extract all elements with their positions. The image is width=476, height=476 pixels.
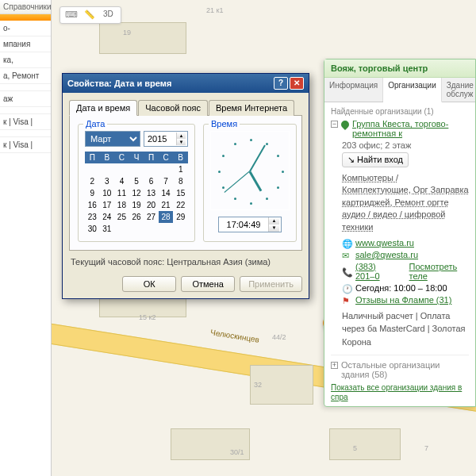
org-name-link[interactable]: Группа Квеста, торгово-ремонтная к: [352, 119, 469, 138]
calendar-day[interactable]: 9: [85, 187, 100, 199]
sidebar-item[interactable]: о-: [0, 21, 51, 36]
calendar-day[interactable]: 20: [144, 199, 159, 211]
tab-datetime[interactable]: Дата и время: [69, 100, 137, 116]
year-spinner[interactable]: ▲▼: [144, 131, 188, 147]
calendar-day[interactable]: 21: [159, 199, 174, 211]
find-entrance-button[interactable]: ↘ Найти вход: [342, 152, 409, 167]
calendar-day[interactable]: [114, 163, 129, 175]
reviews-link[interactable]: Отзывы на Флампе (31): [355, 295, 451, 305]
timezone-text: Текущий часовой пояс: Центральная Азия (…: [71, 257, 301, 267]
calendar-day[interactable]: 1: [173, 163, 188, 175]
tab-info[interactable]: Информация: [324, 78, 383, 102]
calendar-day[interactable]: [129, 223, 144, 235]
apply-button[interactable]: Применить: [240, 276, 302, 292]
expand-icon[interactable]: +: [331, 362, 338, 369]
calendar-day[interactable]: 22: [173, 199, 188, 211]
calendar-day[interactable]: 6: [144, 175, 159, 187]
phone-link[interactable]: (383) 201–0: [355, 262, 396, 281]
bldg-num: 5: [353, 444, 357, 452]
calendar-day[interactable]: 14: [159, 187, 174, 199]
calendar-day[interactable]: [173, 223, 188, 235]
calendar-day[interactable]: 2: [85, 175, 100, 187]
calendar-day[interactable]: [100, 163, 115, 175]
time-down[interactable]: ▼: [268, 225, 279, 232]
calendar-day[interactable]: 3: [100, 175, 115, 187]
tab-service[interactable]: Здание обслуж: [442, 78, 476, 102]
close-button[interactable]: ✕: [290, 77, 304, 90]
keyboard-icon[interactable]: ⌨: [65, 10, 78, 21]
sidebar-orange-bar[interactable]: [0, 14, 51, 21]
calendar-day[interactable]: 28: [159, 211, 174, 223]
website-link[interactable]: www.qwesta.ru: [355, 238, 414, 248]
bldg-num: 21 к1: [206, 6, 223, 14]
time-up[interactable]: ▲: [268, 217, 279, 225]
time-input[interactable]: [219, 217, 268, 232]
calendar-day[interactable]: 26: [129, 211, 144, 223]
calendar-day[interactable]: 11: [114, 187, 129, 199]
sidebar-item[interactable]: к | Visa |: [0, 114, 51, 130]
calendar-day[interactable]: 17: [100, 199, 115, 211]
clock-icon: 🕐: [342, 284, 351, 292]
year-input[interactable]: [146, 132, 176, 145]
collapse-icon[interactable]: −: [331, 121, 338, 128]
cancel-button[interactable]: Отмена: [181, 276, 235, 292]
year-down[interactable]: ▼: [176, 139, 186, 145]
calendar-day[interactable]: 24: [100, 211, 115, 223]
ok-button[interactable]: ОК: [122, 276, 176, 292]
building[interactable]: [329, 428, 401, 460]
panel-title: Вояж, торговый центр: [324, 60, 475, 78]
calendar-day[interactable]: [129, 163, 144, 175]
phone-more-link[interactable]: Посмотреть теле: [409, 262, 469, 281]
calendar-day[interactable]: [159, 163, 174, 175]
calendar-day[interactable]: [144, 223, 159, 235]
calendar[interactable]: ПВСЧПСВ123456789101112131415161718192021…: [85, 152, 188, 235]
tab-timezone[interactable]: Часовой пояс: [138, 100, 208, 116]
bldg-num: 30/1: [230, 448, 244, 456]
sidebar-item[interactable]: [0, 107, 51, 114]
calendar-day[interactable]: 10: [100, 187, 115, 199]
tab-orgs[interactable]: Организации: [383, 78, 441, 102]
calendar-day[interactable]: 8: [173, 175, 188, 187]
tab-internet-time[interactable]: Время Интернета: [209, 100, 294, 116]
calendar-day[interactable]: 29: [173, 211, 188, 223]
sidebar-item[interactable]: [0, 130, 51, 137]
calendar-day[interactable]: 13: [144, 187, 159, 199]
calendar-day[interactable]: 19: [129, 199, 144, 211]
help-button[interactable]: ?: [274, 77, 288, 90]
calendar-day[interactable]: [144, 163, 159, 175]
sidebar-item[interactable]: ка,: [0, 52, 51, 68]
calendar-day[interactable]: 5: [129, 175, 144, 187]
calendar-day[interactable]: 30: [85, 223, 100, 235]
month-select[interactable]: Март: [85, 131, 140, 147]
show-all-link[interactable]: Показать все организации здания в спра: [331, 383, 462, 401]
org-categories: Компьютеры / Комплектующие, Орг Заправка…: [342, 172, 469, 233]
calendar-day[interactable]: 4: [114, 175, 129, 187]
calendar-day[interactable]: 25: [114, 211, 129, 223]
ruler-icon[interactable]: 📏: [84, 10, 97, 21]
time-spinner[interactable]: ▲▼: [218, 217, 282, 232]
hour-hand: [249, 171, 263, 192]
calendar-day[interactable]: 15: [173, 187, 188, 199]
building[interactable]: [99, 22, 186, 54]
year-up[interactable]: ▲: [176, 132, 186, 139]
bldg-num: 7: [424, 444, 428, 452]
calendar-day[interactable]: [159, 223, 174, 235]
calendar-day[interactable]: 7: [159, 175, 174, 187]
3d-toggle[interactable]: 3D: [103, 10, 116, 21]
calendar-day[interactable]: 31: [100, 223, 115, 235]
other-orgs-label: Остальные организации здания (58): [341, 360, 469, 379]
sidebar-item[interactable]: а, Ремонт: [0, 68, 51, 84]
sidebar-item[interactable]: мпания: [0, 36, 51, 52]
calendar-day[interactable]: 12: [129, 187, 144, 199]
sidebar-item[interactable]: аж: [0, 91, 51, 107]
calendar-day[interactable]: 16: [85, 199, 100, 211]
calendar-day[interactable]: 27: [144, 211, 159, 223]
dialog-titlebar[interactable]: Свойства: Дата и время ? ✕: [63, 74, 309, 93]
calendar-day[interactable]: [85, 163, 100, 175]
sidebar-item[interactable]: [0, 84, 51, 91]
sidebar-item[interactable]: к | Visa |: [0, 137, 51, 153]
calendar-day[interactable]: [114, 223, 129, 235]
calendar-day[interactable]: 23: [85, 211, 100, 223]
email-link[interactable]: sale@qwesta.ru: [355, 250, 418, 259]
calendar-day[interactable]: 18: [114, 199, 129, 211]
